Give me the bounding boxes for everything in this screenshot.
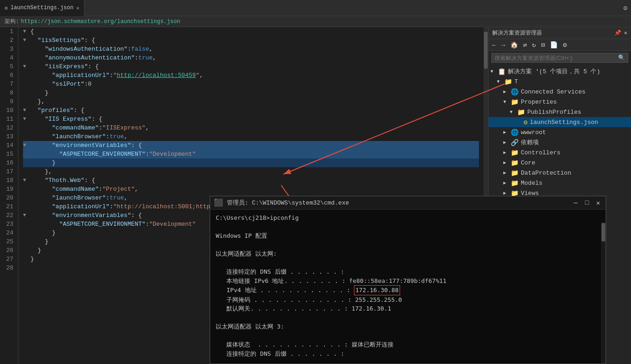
project-root[interactable]: ▼ 📁 T (489, 76, 631, 87)
solution-root[interactable]: ▼ 📋 解决方案 '(5 个项目，共 5 个) (489, 66, 631, 76)
sync-button[interactable]: ⇄ (521, 40, 529, 50)
panel-close-icon[interactable]: ✕ (624, 29, 627, 36)
forward-button[interactable]: → (499, 41, 507, 50)
expand-icon: ▶ (503, 89, 510, 94)
folder-icon: 📁 (511, 179, 519, 187)
code-line: "windowsAuthentication": false, (23, 45, 479, 53)
tree-item-publishprofiles[interactable]: ▼ 📁 PublishProfiles (489, 107, 631, 117)
tree-label-controllers: Controllers (521, 149, 560, 156)
tree-item-properties[interactable]: ▼ 📁 Properties (489, 97, 631, 107)
code-line: "launchBrowser": true, (23, 132, 479, 141)
back-button[interactable]: ← (490, 41, 498, 50)
cmd-titlebar: ⬛ 管理员: C:\WINDOWS\system32\cmd.exe — □ ✕ (210, 196, 606, 210)
expand-icon: ▶ (503, 160, 510, 165)
expand-icon: ▶ (503, 170, 510, 176)
cmd-minimize-button[interactable]: — (572, 199, 579, 207)
expand-icon: ▶ (503, 129, 510, 135)
solution-explorer-header: 解决方案资源管理器 📌 ✕ (489, 27, 631, 39)
code-line: } (23, 88, 479, 97)
code-line: ▼ "IIS Express": { (23, 115, 479, 123)
tree-item-dependencies[interactable]: ▶ 🔗 依赖项 (489, 137, 631, 147)
ip-highlight: 172.16.30.88 (354, 285, 400, 295)
code-line: ▼ "iisExpress": { (23, 62, 479, 71)
folder-icon: 📁 (511, 159, 519, 167)
cmd-window: ⬛ 管理员: C:\WINDOWS\system32\cmd.exe — □ ✕… (210, 196, 606, 364)
code-line: "ASPNETCORE_ENVIRONMENT": "Development" (23, 150, 479, 159)
tree-label-connected-services: Connected Services (521, 88, 585, 95)
breadcrumb-prefix: 架构: (5, 18, 19, 25)
tree-item-core[interactable]: ▶ 📁 Core (489, 158, 631, 168)
cmd-scrollbar-thumb (602, 223, 605, 241)
tree-label-publishprofiles: PublishProfiles (527, 109, 581, 116)
cmd-close-button[interactable]: ✕ (595, 199, 602, 207)
solution-label: 解决方案 '(5 个项目，共 5 个) (508, 67, 600, 76)
expand-icon: ▶ (503, 140, 510, 145)
cmd-controls: — □ ✕ (572, 199, 602, 207)
tree-item-connected-services[interactable]: ▶ 🌐 Connected Services (489, 87, 631, 97)
search-box[interactable]: 🔍 (491, 53, 628, 63)
tree-item-controllers[interactable]: ▶ 📁 Controllers (489, 147, 631, 158)
tree-label-core: Core (521, 159, 535, 166)
pin-icon[interactable]: 📌 (614, 29, 621, 36)
tree-label-launchsettings: launchSettings.json (530, 119, 598, 126)
solution-explorer-toolbar: ← → 🏠 ⇄ ↻ ⊟ 📄 ⚙ (489, 39, 631, 51)
tree-label-dataprotection: DataProtection (521, 170, 571, 176)
cmd-title-area: ⬛ 管理员: C:\WINDOWS\system32\cmd.exe (214, 198, 349, 207)
settings-icon[interactable]: ⚙ (620, 4, 631, 12)
wwwroot-icon: 🌐 (511, 129, 519, 136)
cmd-icon: ⬛ (214, 198, 223, 207)
tree-label-wwwroot: wwwroot (521, 129, 546, 136)
folder-icon: 📁 (511, 98, 519, 106)
project-icon: 📁 (504, 78, 512, 86)
cmd-body: C:\Users\cj218>ipconfig Windows IP 配置 以太… (210, 210, 606, 364)
code-line: }, (23, 97, 479, 106)
launchsettings-tab[interactable]: ⚙ launchSettings.json ✕ (0, 0, 84, 16)
search-icon: 🔍 (618, 54, 625, 61)
search-input[interactable] (495, 55, 618, 61)
dep-icon: 🔗 (511, 139, 519, 147)
code-line: "sslPort": 0 (23, 80, 479, 88)
properties-button[interactable]: ⚙ (561, 40, 568, 50)
folder-icon: 📁 (517, 108, 525, 116)
expand-icon: ▶ (503, 180, 510, 186)
code-line: "commandName": "IISExpress", (23, 123, 479, 132)
code-line: ▼ "profiles": { (23, 106, 479, 115)
code-line: }, (23, 167, 479, 176)
tree-item-models[interactable]: ▶ 📁 Models (489, 178, 631, 188)
tree-label-models: Models (521, 180, 543, 187)
tree-item-launchsettings[interactable]: ⚙ launchSettings.json (489, 117, 631, 127)
code-line: ▼ "iisSettings": { (23, 36, 479, 45)
expand-icon: ▶ (503, 150, 510, 155)
code-line: ▼ "environmentVariables": { (23, 141, 479, 150)
home-button[interactable]: 🏠 (508, 40, 520, 50)
collapse-button[interactable]: ⊟ (539, 40, 547, 50)
tree-label-properties: Properties (521, 99, 557, 106)
code-line: "commandName": "Project", (23, 185, 479, 194)
code-line: } (23, 159, 479, 167)
project-name: T (514, 78, 518, 85)
cmd-scrollbar[interactable] (601, 223, 606, 364)
code-line: ▼ "Thoth.Web": { (23, 176, 479, 185)
code-line: "anonymousAuthentication": true, (23, 53, 479, 62)
cmd-maximize-button[interactable]: □ (583, 199, 590, 207)
editor-scrollbar-thumb (484, 32, 488, 69)
tab-bar: ⚙ launchSettings.json ✕ ⚙ (0, 0, 631, 16)
expand-icon: ▼ (510, 110, 516, 115)
tree-item-wwwroot[interactable]: ▶ 🌐 wwwroot (489, 127, 631, 137)
breadcrumb-url[interactable]: https://json.schemastore.org/launchsetti… (21, 18, 180, 25)
code-line: ▼{ (23, 27, 479, 36)
solution-explorer-title: 解决方案资源管理器 (492, 29, 542, 37)
expand-icon: ▼ (490, 69, 497, 74)
tree-label-dependencies: 依赖项 (521, 138, 539, 147)
solution-icon: 📋 (498, 68, 506, 76)
code-line: "applicationUrl": "http://localhost:5045… (23, 71, 479, 80)
connected-services-icon: 🌐 (511, 88, 519, 96)
json-icon: ⚙ (524, 118, 527, 126)
folder-icon: 📁 (511, 149, 519, 157)
expand-icon: ▶ (503, 190, 510, 196)
show-all-files[interactable]: 📄 (548, 40, 560, 50)
tab-close-button[interactable]: ✕ (76, 5, 79, 11)
tree-item-dataprotection[interactable]: ▶ 📁 DataProtection (489, 168, 631, 178)
refresh-button[interactable]: ↻ (530, 40, 537, 50)
line-numbers: 12345 678910 1112131415 1617181920 21222… (0, 27, 18, 364)
